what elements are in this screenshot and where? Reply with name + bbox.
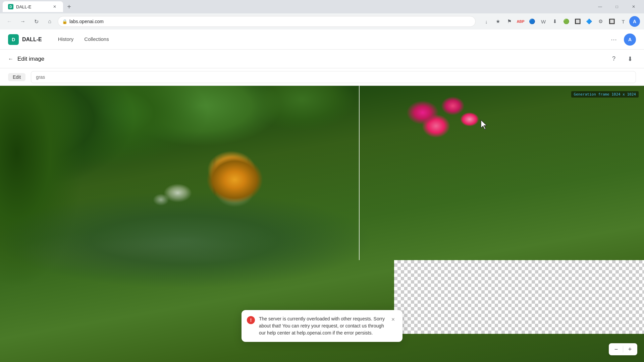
back-button[interactable]: ← <box>8 56 13 62</box>
zoom-out-button[interactable]: − <box>611 345 621 354</box>
image-canvas-divider <box>359 86 360 260</box>
edit-header-right: ? ⬇ <box>608 53 636 65</box>
ext-btn-6[interactable]: ⬇ <box>549 16 560 27</box>
browser-extensions: ↓ ★ ⚑ ABP 🔵 W ⬇ 🟢 🔲 🔷 ⚙ 🔲 T A <box>481 16 640 27</box>
forward-nav-button[interactable]: → <box>17 16 28 27</box>
maximize-button[interactable]: □ <box>609 1 625 12</box>
ext-btn-1[interactable]: ↓ <box>481 16 492 27</box>
ext-btn-3[interactable]: ⚑ <box>504 16 515 27</box>
zoom-in-button[interactable]: + <box>625 345 635 354</box>
generation-frame-label: Generation frame 1024 x 1024 <box>571 91 639 98</box>
logo-text: DALL-E <box>22 37 42 43</box>
tab-bar: D DALL-E ✕ + — □ ✕ <box>0 0 644 13</box>
help-icon: ? <box>612 55 615 62</box>
zoom-controls: − + <box>609 343 637 355</box>
active-tab[interactable]: D DALL-E ✕ <box>3 1 63 12</box>
ext-btn-7[interactable]: 🟢 <box>561 16 572 27</box>
ext-btn-9[interactable]: 🔷 <box>584 16 594 27</box>
ext-btn-2[interactable]: ★ <box>492 16 503 27</box>
edit-mode-button[interactable]: Edit <box>8 73 25 81</box>
toast-message: The server is currently overloaded with … <box>259 315 385 337</box>
lock-icon: 🔒 <box>62 19 67 24</box>
browser-chrome: D DALL-E ✕ + — □ ✕ ← → ↻ ⌂ 🔒 labs.openai… <box>0 0 644 29</box>
prompt-input[interactable] <box>31 71 636 83</box>
nav-collections[interactable]: Collections <box>79 29 114 50</box>
ext-btn-10[interactable]: ⚙ <box>595 16 606 27</box>
close-button[interactable]: ✕ <box>626 1 641 12</box>
translate-icon[interactable]: T <box>618 16 629 27</box>
address-bar: ← → ↻ ⌂ 🔒 labs.openai.com ↓ ★ ⚑ ABP 🔵 W … <box>0 13 644 29</box>
page-title: Edit image <box>17 56 44 62</box>
url-text: labs.openai.com <box>69 19 104 24</box>
minimize-button[interactable]: — <box>592 1 608 12</box>
download-button[interactable]: ⬇ <box>624 53 636 65</box>
nav-links: History Collections <box>53 29 114 50</box>
home-nav-button[interactable]: ⌂ <box>44 16 55 27</box>
edit-header: ← Edit image ? ⬇ <box>0 50 644 68</box>
tab-favicon: D <box>8 4 13 9</box>
ext-btn-8[interactable]: 🔲 <box>572 16 583 27</box>
url-bar[interactable]: 🔒 labs.openai.com <box>58 16 476 27</box>
tab-close-button[interactable]: ✕ <box>52 4 58 10</box>
nav-more: ⋯ A <box>608 34 636 46</box>
zoom-divider <box>623 346 623 353</box>
download-icon: ⬇ <box>628 55 633 63</box>
more-options-button[interactable]: ⋯ <box>608 34 620 46</box>
ext-btn-5[interactable]: W <box>538 16 549 27</box>
help-button[interactable]: ? <box>608 53 620 65</box>
profile-button[interactable]: A <box>629 16 640 27</box>
app-logo: D DALL-E <box>8 34 42 45</box>
edit-toolbar: Edit <box>0 68 644 86</box>
new-tab-button[interactable]: + <box>64 2 74 11</box>
back-nav-button[interactable]: ← <box>4 16 15 27</box>
image-area[interactable]: Generation frame 1024 x 1024 ! The serve… <box>0 86 644 362</box>
app: D DALL-E History Collections ⋯ A ← Edit … <box>0 29 644 362</box>
ext-btn-4[interactable]: 🔵 <box>527 16 537 27</box>
toast-warning-icon: ! <box>247 316 255 324</box>
ext-btn-abp[interactable]: ABP <box>515 16 526 27</box>
extended-canvas-area <box>394 260 644 334</box>
nav-history[interactable]: History <box>53 29 79 50</box>
refresh-nav-button[interactable]: ↻ <box>31 16 42 27</box>
window-controls: — □ ✕ <box>592 1 641 12</box>
ext-btn-11[interactable]: 🔲 <box>606 16 617 27</box>
toast-close-button[interactable]: × <box>389 315 397 323</box>
app-nav: D DALL-E History Collections ⋯ A <box>0 29 644 50</box>
user-avatar[interactable]: A <box>624 34 636 46</box>
back-icon: ← <box>8 56 13 62</box>
tab-title: DALL-E <box>16 4 32 9</box>
logo-icon: D <box>8 34 19 45</box>
error-toast: ! The server is currently overloaded wit… <box>241 310 402 342</box>
